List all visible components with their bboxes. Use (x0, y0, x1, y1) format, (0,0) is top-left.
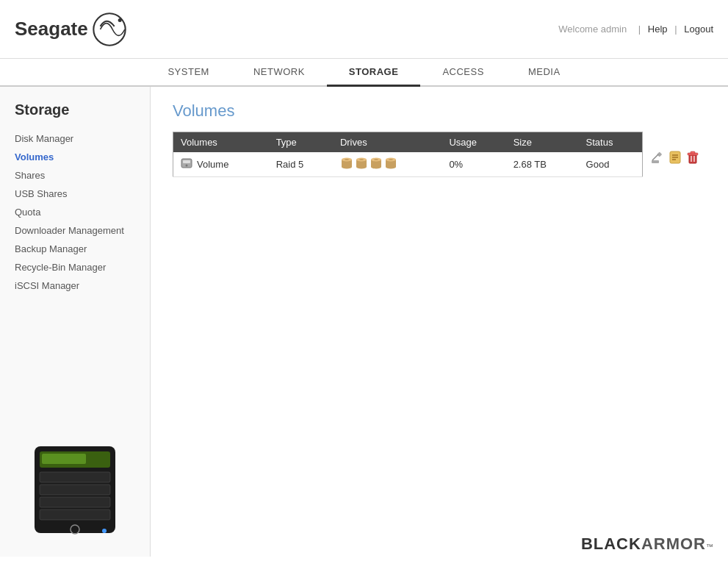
footer: BLACK ARMOR ™ (566, 527, 728, 561)
svg-rect-12 (183, 160, 190, 163)
cell-drives (333, 152, 442, 177)
edit-icon[interactable] (650, 150, 665, 167)
svg-rect-30 (652, 160, 659, 163)
svg-rect-6 (40, 485, 110, 495)
cell-type: Raid 5 (269, 152, 333, 177)
main-content: Storage Disk Manager Volumes Shares USB … (0, 87, 728, 557)
svg-rect-39 (691, 151, 695, 154)
drive-icon-1 (340, 157, 353, 172)
sidebar: Storage Disk Manager Volumes Shares USB … (0, 87, 151, 557)
svg-rect-4 (42, 454, 86, 464)
row-actions (650, 150, 700, 167)
volume-disk-icon (181, 157, 192, 169)
drive-icon-2 (355, 157, 368, 172)
table-row: Volume Raid 5 (173, 152, 643, 177)
sidebar-item-volumes[interactable]: Volumes (0, 148, 150, 166)
nav-system[interactable]: SYSTEM (145, 59, 231, 85)
table-wrapper: Volumes Type Drives Usage Size Status (173, 132, 706, 177)
nav-media[interactable]: MEDIA (506, 59, 583, 85)
col-volumes: Volumes (173, 132, 269, 153)
sidebar-item-usb-shares[interactable]: USB Shares (0, 185, 150, 203)
col-status: Status (579, 132, 643, 153)
volume-name-text: Volume (197, 159, 228, 170)
sidebar-title: Storage (0, 98, 150, 129)
volumes-table: Volumes Type Drives Usage Size Status (173, 132, 643, 177)
nav-access[interactable]: ACCESS (420, 59, 505, 85)
sidebar-item-shares[interactable]: Shares (0, 166, 150, 185)
cell-status: Good (579, 152, 643, 177)
nav-storage[interactable]: STORAGE (327, 59, 421, 87)
sidebar-item-quota[interactable]: Quota (0, 203, 150, 221)
svg-rect-5 (40, 472, 110, 482)
nas-svg (24, 443, 126, 538)
drive-icon-4 (384, 157, 397, 172)
col-usage: Usage (442, 132, 505, 153)
sidebar-item-iscsi[interactable]: iSCSI Manager (0, 276, 150, 295)
sidebar-item-recycle[interactable]: Recycle-Bin Manager (0, 258, 150, 276)
sidebar-item-downloader[interactable]: Downloader Management (0, 221, 150, 240)
help-link[interactable]: Help (648, 24, 668, 35)
content-area: Volumes Volumes Type Drives Usage Size S… (151, 87, 728, 557)
svg-point-0 (93, 13, 125, 45)
brand-tm: ™ (706, 543, 713, 551)
cell-size: 2.68 TB (506, 152, 579, 177)
sidebar-top: Storage Disk Manager Volumes Shares USB … (0, 98, 150, 295)
logo: Seagate (15, 11, 128, 48)
separator2: | (674, 24, 677, 35)
cell-usage: 0% (442, 152, 505, 177)
header: Seagate Welcome admin | Help | Logout (0, 0, 728, 59)
svg-point-25 (374, 159, 378, 160)
svg-point-29 (389, 159, 393, 160)
svg-rect-7 (40, 497, 110, 507)
delete-icon[interactable] (685, 150, 700, 167)
logout-link[interactable]: Logout (684, 24, 713, 35)
svg-rect-8 (40, 510, 110, 520)
page-title: Volumes (173, 101, 706, 121)
cell-volume-name: Volume (173, 152, 269, 177)
info-icon[interactable] (668, 150, 682, 167)
logo-icon (91, 11, 128, 48)
svg-point-13 (186, 165, 188, 167)
volume-icon (181, 157, 192, 171)
svg-rect-37 (689, 154, 696, 163)
svg-point-21 (359, 159, 364, 160)
logo-text: Seagate (15, 18, 88, 40)
svg-point-1 (118, 18, 121, 22)
welcome-text: Welcome admin (558, 24, 627, 35)
svg-line-32 (652, 154, 658, 160)
col-size: Size (506, 132, 579, 153)
col-drives: Drives (333, 132, 442, 153)
svg-point-10 (102, 529, 107, 533)
drive-icon-3 (370, 157, 383, 172)
col-type: Type (269, 132, 333, 153)
sidebar-bottom (0, 435, 150, 546)
brand-black: BLACK (581, 535, 641, 554)
main-nav: SYSTEM NETWORK STORAGE ACCESS MEDIA (0, 59, 728, 87)
nas-device-illustration (24, 443, 126, 538)
sidebar-item-backup[interactable]: Backup Manager (0, 240, 150, 258)
svg-point-17 (345, 159, 349, 160)
header-right: Welcome admin | Help | Logout (554, 24, 713, 35)
separator1: | (638, 24, 641, 35)
nav-network[interactable]: NETWORK (231, 59, 327, 85)
sidebar-item-disk-manager[interactable]: Disk Manager (0, 129, 150, 148)
brand-armor: ARMOR (641, 535, 706, 554)
